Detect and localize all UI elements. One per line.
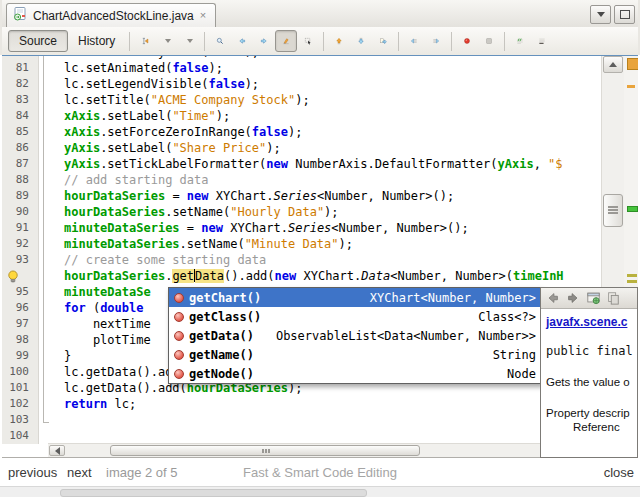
- toggle-bookmark-icon[interactable]: [372, 30, 394, 52]
- code-line[interactable]: yAxis.setLabel("Share Price");: [48, 141, 602, 157]
- code-token: false: [209, 56, 245, 59]
- code-line[interactable]: yAxis.setTickLabelFormatter(new NumberAx…: [48, 157, 602, 173]
- shift-line-right-icon[interactable]: [425, 30, 447, 52]
- code-token: new: [266, 157, 288, 171]
- rectangular-selection-icon[interactable]: [297, 30, 319, 52]
- code-token: );: [295, 93, 309, 107]
- code-fold-strip[interactable]: [39, 56, 48, 444]
- previous-link[interactable]: previous: [8, 465, 57, 480]
- code-area[interactable]: lc.setCreateSymbols(false);lc.setAnimate…: [48, 56, 602, 444]
- tab-list-dropdown-button[interactable]: [590, 5, 611, 24]
- shift-line-left-icon[interactable]: [403, 30, 425, 52]
- scroll-up-button[interactable]: [603, 56, 623, 73]
- code-line[interactable]: minuteDataSeries.setName("Minute Data");: [48, 237, 602, 253]
- page-horizontal-scrollbar[interactable]: [0, 486, 640, 497]
- vertical-scrollbar-thumb[interactable]: [603, 194, 623, 227]
- copy-doc-icon[interactable]: [605, 290, 621, 306]
- toggle-highlight-icon[interactable]: [275, 30, 297, 52]
- code-line[interactable]: [48, 413, 602, 429]
- toolbar-separator: [398, 32, 399, 51]
- code-line[interactable]: [48, 429, 602, 444]
- code-token: for: [64, 301, 86, 315]
- source-view-button[interactable]: Source: [8, 30, 68, 52]
- find-next-icon[interactable]: [253, 30, 275, 52]
- line-number: 91: [2, 221, 38, 237]
- line-number: 85: [2, 125, 38, 141]
- doc-forward-icon[interactable]: [565, 290, 581, 306]
- code-token: );: [324, 205, 338, 219]
- completion-label: getNode(): [189, 367, 254, 381]
- code-token: =: [180, 221, 202, 235]
- tab-close-icon[interactable]: ×: [200, 10, 206, 21]
- page-scrollbar-thumb[interactable]: [60, 489, 367, 497]
- code-line[interactable]: // create some starting data: [48, 253, 602, 269]
- scroll-left-button[interactable]: [49, 445, 65, 456]
- toolbar-icons: [134, 30, 553, 52]
- completion-item[interactable]: getData()ObservableList<Data<Number, Num…: [169, 326, 541, 345]
- code-line[interactable]: minuteDataSeries = new XYChart.Series<Nu…: [48, 221, 602, 237]
- show-in-browser-icon[interactable]: [585, 290, 601, 306]
- completion-item[interactable]: getName()String: [169, 345, 541, 364]
- completion-item[interactable]: getNode()Node: [169, 364, 541, 383]
- code-line[interactable]: return lc;: [48, 397, 602, 413]
- code-line[interactable]: lc.setLegendVisible(false);: [48, 77, 602, 93]
- previous-bookmark-icon[interactable]: [328, 30, 350, 52]
- nav-back-icon[interactable]: [156, 30, 178, 52]
- javadoc-property-description: Property descrip: [546, 407, 637, 419]
- hint-lightbulb-icon[interactable]: [2, 269, 38, 285]
- code-line[interactable]: hourDataSeries.setName("Hourly Data");: [48, 205, 602, 221]
- current-position-mark[interactable]: [627, 206, 638, 212]
- code-token: );: [245, 56, 259, 59]
- completion-item[interactable]: getClass()Class<?>: [169, 307, 541, 326]
- code-line[interactable]: // add starting data: [48, 173, 602, 189]
- line-number: 90: [2, 205, 38, 221]
- code-token: yAxis: [64, 141, 100, 155]
- toolbar-separator: [204, 32, 205, 51]
- scroll-grip-icon: [265, 449, 267, 453]
- next-link[interactable]: next: [67, 465, 92, 480]
- line-number-gutter[interactable]: 8081828384858687888990919293959697989910…: [2, 56, 39, 444]
- toolbar-separator: [323, 32, 324, 51]
- find-previous-icon[interactable]: [231, 30, 253, 52]
- code-token: hourDataSeries: [64, 189, 165, 203]
- history-view-button[interactable]: History: [68, 31, 125, 51]
- code-token: Series: [274, 189, 317, 203]
- code-line[interactable]: lc.setAnimated(false);: [48, 61, 602, 77]
- code-completion-popup: getChart()XYChart<Number, Number>getClas…: [168, 287, 542, 384]
- javadoc-class-link[interactable]: javafx.scene.c: [546, 315, 637, 329]
- code-line[interactable]: lc.setTitle("ACME Company Stock");: [48, 93, 602, 109]
- next-bookmark-icon[interactable]: [350, 30, 372, 52]
- code-token: <Number, Number>();: [331, 221, 468, 235]
- doc-back-icon[interactable]: [545, 290, 561, 306]
- horizontal-scrollbar-thumb[interactable]: [110, 445, 420, 456]
- horizontal-scrollbar[interactable]: [48, 443, 540, 457]
- stop-macro-recording-icon[interactable]: [478, 30, 500, 52]
- uncomment-icon[interactable]: [531, 30, 553, 52]
- code-token: ,: [534, 157, 548, 171]
- code-token: xAxis: [64, 125, 100, 139]
- occurrence-mark[interactable]: [627, 274, 637, 277]
- jump-last-edit-icon[interactable]: [134, 30, 156, 52]
- dropdown-caret-icon: [187, 39, 193, 43]
- close-link[interactable]: close: [604, 465, 634, 480]
- maximize-editor-button[interactable]: [614, 5, 635, 24]
- warning-mark[interactable]: [627, 85, 635, 88]
- nav-forward-icon[interactable]: [178, 30, 200, 52]
- java-file-icon: [13, 6, 27, 25]
- code-line[interactable]: hourDataSeries.getData().add(new XYChart…: [48, 269, 602, 285]
- comment-icon[interactable]: [509, 30, 531, 52]
- warning-status-square[interactable]: [627, 58, 638, 70]
- code-token: "Time": [172, 109, 215, 123]
- find-icon[interactable]: [209, 30, 231, 52]
- completion-return-type: XYChart<Number, Number>: [370, 291, 536, 305]
- code-token: );: [245, 77, 259, 91]
- occurrence-mark[interactable]: [627, 280, 637, 283]
- start-macro-recording-icon[interactable]: [456, 30, 478, 52]
- tab-chartadvancedstockline[interactable]: ChartAdvancedStockLine.java ×: [6, 3, 216, 27]
- code-token: .setTickLabelFormatter(: [100, 157, 266, 171]
- code-line[interactable]: hourDataSeries = new XYChart.Series<Numb…: [48, 189, 602, 205]
- code-line[interactable]: xAxis.setLabel("Time");: [48, 109, 602, 125]
- gallery-footer: previous next image 2 of 5 Fast & Smart …: [0, 458, 640, 487]
- code-line[interactable]: xAxis.setForceZeroInRange(false);: [48, 125, 602, 141]
- completion-item[interactable]: getChart()XYChart<Number, Number>: [169, 288, 541, 307]
